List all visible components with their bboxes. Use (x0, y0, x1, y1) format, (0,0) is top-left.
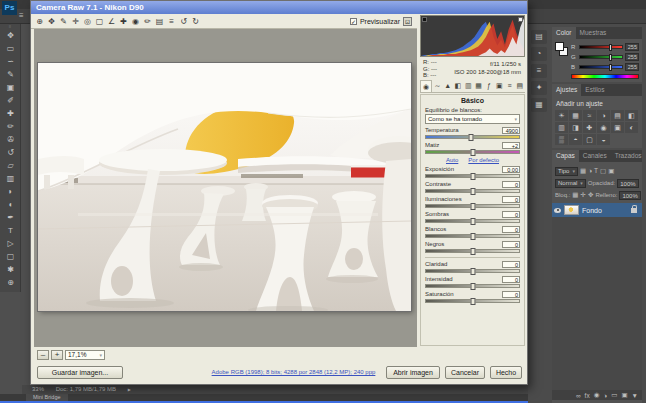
adjustment-posterize[interactable]: ▒ (555, 134, 568, 145)
zoom-in-button[interactable]: + (51, 350, 63, 360)
crop-tool[interactable]: ▣ (0, 81, 21, 94)
new-layer-icon[interactable]: ▣ (621, 391, 627, 399)
adjustment-photo-filter[interactable]: ✚ (583, 122, 596, 133)
slider-value-box[interactable]: 0 (502, 181, 520, 188)
slider-thumb[interactable] (470, 149, 475, 156)
slider-thumb[interactable] (470, 173, 475, 180)
link-layers-icon[interactable]: ∞ (576, 392, 581, 399)
foreground-color-swatch[interactable] (555, 42, 564, 51)
slider-track[interactable] (425, 219, 520, 223)
slider-thumb[interactable] (468, 134, 473, 141)
eraser-tool[interactable]: ▱ (0, 159, 21, 172)
tab-effects[interactable]: ƒ (484, 80, 494, 92)
tab-paths[interactable]: Trazados (611, 150, 646, 162)
filter-adjustment-icon[interactable]: ◑ (588, 167, 592, 175)
channel-slider[interactable] (579, 65, 623, 69)
foreground-background-swatches[interactable] (555, 42, 568, 64)
lock-pixels-icon[interactable]: ✛ (581, 191, 586, 199)
highlight-clipping-indicator[interactable] (518, 17, 523, 22)
fullscreen-toggle-icon[interactable]: ⊡ (403, 17, 412, 26)
zoom-tool[interactable]: ⊕ (0, 276, 21, 289)
spot-removal-tool[interactable]: ✚ (118, 16, 129, 27)
slider-track[interactable] (425, 269, 520, 273)
slider-track[interactable] (425, 204, 520, 208)
slider-value-box[interactable]: 0 (502, 226, 520, 233)
channel-slider[interactable] (579, 55, 623, 59)
white-balance-tool[interactable]: ✎ (58, 16, 69, 27)
targeted-adjustment-tool[interactable]: ◎ (82, 16, 93, 27)
adjustment-curves[interactable]: ≈ (583, 110, 596, 121)
default-link[interactable]: Por defecto (468, 157, 499, 163)
adjustment-brush-tool[interactable]: ✏ (142, 16, 153, 27)
channel-value[interactable]: 255 (625, 53, 639, 61)
healing-brush-tool[interactable]: ✚ (0, 107, 21, 120)
shadow-clipping-indicator[interactable] (422, 17, 427, 22)
red-eye-tool[interactable]: ◉ (130, 16, 141, 27)
dodge-tool[interactable]: ◖ (0, 198, 21, 211)
slider-track[interactable] (425, 135, 520, 139)
slider-track[interactable] (425, 174, 520, 178)
zoom-tool[interactable]: ⊕ (34, 16, 45, 27)
tab-hsl[interactable]: ◧ (453, 80, 463, 92)
slider-track[interactable] (425, 234, 520, 238)
tab-color[interactable]: Color (552, 27, 576, 39)
panel-actions-icon[interactable]: ✦ (531, 81, 547, 95)
workflow-options-link[interactable]: Adobe RGB (1998); 8 bits; 4288 por 2848 … (201, 369, 386, 375)
tab-channels[interactable]: Canales (579, 150, 611, 162)
slider-track[interactable] (425, 189, 520, 193)
open-image-button[interactable]: Abrir imagen (386, 366, 440, 379)
adjustment-gradient-map[interactable]: ◒ (597, 134, 610, 145)
adjustment-exposure[interactable]: ◑ (597, 110, 610, 121)
zoom-out-button[interactable]: – (37, 350, 49, 360)
adjustment-brightness-contrast[interactable]: ☀ (555, 110, 568, 121)
tab-split-toning[interactable]: ▥ (463, 80, 473, 92)
histogram[interactable] (420, 15, 525, 57)
slider-thumb[interactable] (470, 218, 475, 225)
adjustment-channel-mixer[interactable]: ◉ (597, 122, 610, 133)
tab-snapshots[interactable]: ▤ (515, 80, 525, 92)
tab-adjustments[interactable]: Ajustes (552, 84, 581, 96)
slider-value-box[interactable]: 0 (502, 291, 520, 298)
slider-thumb[interactable] (470, 233, 475, 240)
layer-visibility-eye-icon[interactable] (554, 208, 561, 213)
adjustment-levels[interactable]: ▦ (569, 110, 582, 121)
dialog-title-bar[interactable]: Camera Raw 7.1 - Nikon D90 (31, 1, 527, 14)
panel-properties-icon[interactable]: ◔ (531, 47, 547, 61)
slider-track[interactable] (425, 299, 520, 303)
layer-row-background[interactable]: Fondo (552, 203, 642, 217)
marquee-tool[interactable]: ▭ (0, 42, 21, 55)
tab-detail[interactable]: ▲ (443, 80, 453, 92)
cancel-button[interactable]: Cancelar (445, 366, 485, 379)
adjustment-invert[interactable]: ◐ (625, 122, 638, 133)
slider-value-box[interactable]: 0 (502, 196, 520, 203)
preferences-button[interactable]: ≡ (166, 16, 177, 27)
delete-layer-icon[interactable]: ▼ (632, 392, 638, 399)
layer-group-icon[interactable]: ▭ (611, 391, 617, 399)
move-tool[interactable]: ✥ (0, 29, 21, 42)
slider-thumb[interactable] (470, 298, 475, 305)
clone-stamp-tool[interactable]: ✇ (0, 133, 21, 146)
slider-value-box[interactable]: 0 (502, 211, 520, 218)
slider-thumb[interactable] (470, 248, 475, 255)
adjustment-selective-color[interactable]: ▢ (583, 134, 596, 145)
channel-value[interactable]: 255 (625, 63, 639, 71)
preview-checkbox[interactable]: ✓ (350, 18, 357, 25)
mini-bridge-tab[interactable]: Mini Bridge (26, 394, 68, 401)
tab-layers[interactable]: Capas (552, 150, 579, 162)
slider-thumb[interactable] (470, 268, 475, 275)
pen-tool[interactable]: ✒ (0, 211, 21, 224)
lock-transparent-icon[interactable]: ▦ (572, 191, 578, 199)
filter-shape-icon[interactable]: ▢ (600, 167, 606, 175)
layer-mask-icon[interactable]: ◉ (594, 391, 600, 399)
status-menu-arrow-icon[interactable]: ▶ (128, 387, 131, 392)
tab-styles[interactable]: Estilos (581, 84, 608, 96)
gradient-tool[interactable]: ▥ (0, 172, 21, 185)
slider-track[interactable] (425, 284, 520, 288)
slider-thumb[interactable] (470, 203, 475, 210)
channel-slider-thumb[interactable] (609, 54, 612, 61)
adjustment-color-lookup[interactable]: ▣ (611, 122, 624, 133)
tab-camera-calibration[interactable]: ▣ (494, 80, 504, 92)
slider-value-box[interactable]: 0 (502, 261, 520, 268)
history-brush-tool[interactable]: ↺ (0, 146, 21, 159)
rotate-left-button[interactable]: ↺ (178, 16, 189, 27)
